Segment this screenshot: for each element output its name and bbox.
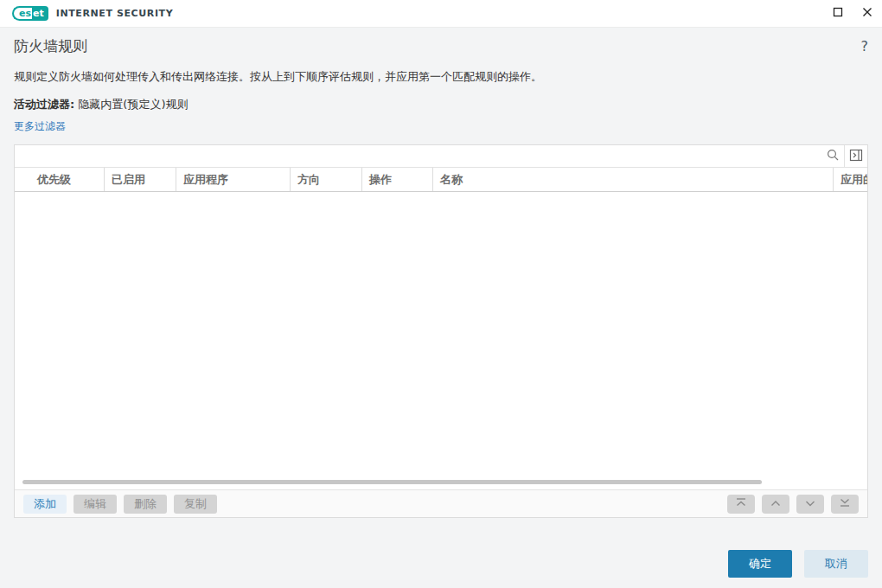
eset-logo: es et: [12, 6, 48, 21]
help-icon[interactable]: ?: [861, 38, 869, 54]
move-down-icon: [804, 497, 816, 510]
table-header-row: 优先级 已启用 应用程序 方向 操作 名称 应用的: [15, 168, 867, 192]
search-row: [15, 145, 867, 168]
page-description: 规则定义防火墙如何处理传入和传出网络连接。按从上到下顺序评估规则，并应用第一个匹…: [14, 69, 868, 85]
move-bottom-button[interactable]: [831, 495, 859, 514]
maximize-icon: [833, 7, 843, 20]
move-up-button[interactable]: [762, 495, 789, 514]
add-button[interactable]: 添加: [23, 495, 67, 514]
column-header-name[interactable]: 名称: [433, 168, 834, 191]
column-header-application[interactable]: 应用程序: [176, 168, 291, 191]
column-header-action[interactable]: 操作: [362, 168, 433, 191]
collapse-panel-button[interactable]: [845, 145, 867, 167]
active-filter-line: 活动过滤器: 隐藏内置(预定义)规则: [14, 97, 868, 112]
column-header-direction[interactable]: 方向: [291, 168, 362, 191]
eset-logo-es: es: [12, 6, 32, 21]
eset-logo-et: et: [32, 6, 48, 21]
column-header-enabled[interactable]: 已启用: [105, 168, 176, 191]
titlebar: es et INTERNET SECURITY: [0, 0, 882, 28]
horizontal-scrollbar-thumb[interactable]: [22, 480, 762, 484]
table-toolbar: 添加 编辑 删除 复制: [15, 489, 867, 517]
active-filter-label: 活动过滤器:: [14, 98, 74, 111]
close-button[interactable]: [853, 0, 882, 27]
close-icon: [862, 7, 872, 20]
more-filters-link[interactable]: 更多过滤器: [14, 119, 66, 134]
table-body-empty: [15, 192, 867, 476]
rules-table-panel: 优先级 已启用 应用程序 方向 操作 名称 应用的 添加 编辑 删除 复制: [14, 144, 868, 518]
ok-button[interactable]: 确定: [728, 550, 792, 578]
search-button[interactable]: [821, 145, 844, 167]
move-top-button[interactable]: [727, 495, 755, 514]
cancel-button[interactable]: 取消: [804, 550, 868, 578]
column-header-priority[interactable]: 优先级: [15, 168, 105, 191]
page-header: 防火墙规则 ?: [14, 36, 868, 55]
move-down-button[interactable]: [796, 495, 824, 514]
collapse-panel-icon: [849, 149, 863, 164]
maximize-button[interactable]: [823, 0, 853, 27]
edit-button[interactable]: 编辑: [74, 495, 117, 514]
horizontal-scrollbar: [15, 476, 867, 489]
page-title: 防火墙规则: [14, 36, 868, 56]
search-input[interactable]: [15, 145, 821, 167]
move-top-icon: [735, 497, 747, 510]
delete-button[interactable]: 删除: [124, 495, 167, 514]
search-icon: [826, 148, 840, 164]
content-area: 防火墙规则 ? 规则定义防火墙如何处理传入和传出网络连接。按从上到下顺序评估规则…: [0, 36, 882, 578]
active-filter-value: 隐藏内置(预定义)规则: [78, 98, 188, 111]
product-name: INTERNET SECURITY: [56, 8, 174, 19]
copy-button[interactable]: 复制: [174, 495, 217, 514]
column-header-applied[interactable]: 应用的: [834, 168, 867, 191]
move-up-icon: [770, 497, 782, 510]
window-controls: [823, 0, 882, 27]
dialog-footer: 确定 取消: [14, 550, 868, 578]
eset-window: es et INTERNET SECURITY 防火墙规则 ? 规则定义防火墙如…: [0, 0, 882, 578]
move-bottom-icon: [839, 497, 851, 510]
